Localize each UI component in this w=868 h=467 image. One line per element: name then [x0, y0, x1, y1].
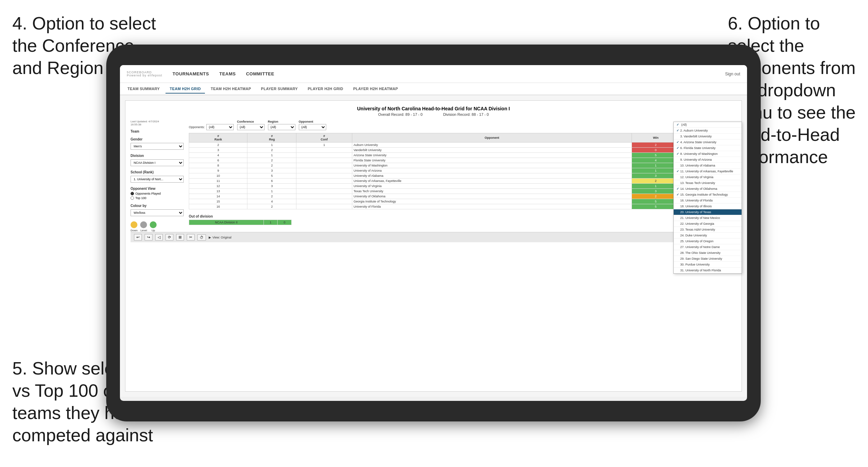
cell-reg: 2 — [247, 148, 296, 153]
refresh-button[interactable]: ⟳ — [166, 234, 173, 241]
dropdown-item[interactable]: ✓15. Georgia Institute of Technology — [674, 192, 742, 198]
cell-opponent: Georgia Institute of Technology — [352, 199, 632, 204]
cell-win: 0 — [632, 148, 680, 153]
dropdown-item[interactable]: ✓9. University of Arizona — [674, 157, 742, 163]
undo-button[interactable]: ↩ — [134, 234, 142, 241]
dropdown-item[interactable]: ✓24. Duke University — [674, 233, 742, 238]
cell-reg: 3 — [247, 184, 296, 189]
grid-area: Opponents: (All) Conference (All) — [189, 120, 736, 232]
dropdown-item[interactable]: ✓20. University of Texas — [674, 209, 742, 215]
dropdown-item[interactable]: ✓14. University of Oklahoma — [674, 186, 742, 192]
out-of-division: Out of division NCAA Division II 1 0 — [189, 214, 736, 225]
table-row: 2 1 1 Auburn University 2 1 — [189, 143, 736, 148]
division-label: Division — [131, 154, 184, 158]
cell-conf — [296, 163, 352, 168]
cell-opponent: University of Virginia — [352, 184, 632, 189]
cell-opponent: Arizona State University — [352, 153, 632, 158]
table-row: 14 2 University of Oklahoma 2 2 — [189, 194, 736, 199]
top-100-radio[interactable]: Top 100 — [131, 196, 184, 200]
dropdown-item[interactable]: ✓(All) — [674, 122, 742, 128]
dropdown-item[interactable]: ✓8. University of Washington — [674, 151, 742, 157]
cell-rank: 12 — [189, 184, 247, 189]
cell-reg: 6 — [247, 179, 296, 184]
data-table: #Rank #Reg #Conf Opponent Win Loss 2 — [189, 133, 736, 209]
dropdown-item[interactable]: ✓23. Texas A&M University — [674, 227, 742, 233]
dropdown-item[interactable]: ✓30. Purdue University — [674, 262, 742, 268]
opponent-filter-select[interactable]: (All) — [299, 124, 326, 130]
redo-button[interactable]: ↪ — [145, 234, 152, 241]
dropdown-item[interactable]: ✓6. Florida State University — [674, 145, 742, 151]
school-label: School (Rank) — [131, 170, 184, 174]
sub-nav: TEAM SUMMARY TEAM H2H GRID TEAM H2H HEAT… — [120, 83, 747, 95]
dropdown-item[interactable]: ✓10. University of Alabama — [674, 163, 742, 169]
dropdown-item[interactable]: ✓21. University of New Mexico — [674, 215, 742, 221]
nav-bar: 5COREBOARD Powered by elifepost TOURNAME… — [120, 65, 747, 83]
region-filter-select[interactable]: (All) — [268, 124, 295, 130]
dropdown-item[interactable]: ✓11. University of Arkansas, Fayettevill… — [674, 169, 742, 174]
dropdown-item[interactable]: ✓18. University of Illinois — [674, 204, 742, 209]
opponents-filter-label: Opponents: — [189, 125, 205, 129]
cell-reg: 2 — [247, 163, 296, 168]
region-filter-group: Region (All) — [268, 120, 295, 130]
clock-button[interactable]: ⏱ — [197, 234, 206, 241]
cell-rank: 14 — [189, 194, 247, 199]
dropdown-item[interactable]: ✓27. University of Notre Dame — [674, 244, 742, 250]
table-row: 3 2 Vanderbilt University 0 4 — [189, 148, 736, 153]
copy-button[interactable]: ⊞ — [176, 234, 184, 241]
report-header: University of North Carolina Head-to-Hea… — [131, 106, 736, 116]
sub-nav-player-h2h-heatmap[interactable]: PLAYER H2H HEATMAP — [349, 85, 402, 93]
colour-by-select[interactable]: Win/loss — [131, 209, 184, 216]
dropdown-item[interactable]: ✓2. Auburn University — [674, 128, 742, 134]
dropdown-item[interactable]: ✓25. University of Oregon — [674, 238, 742, 244]
dropdown-item[interactable]: ✓12. University of Virginia — [674, 174, 742, 180]
cell-conf — [296, 168, 352, 173]
sub-nav-team-h2h-heatmap[interactable]: TEAM H2H HEATMAP — [207, 85, 255, 93]
top-100-label: Top 100 — [135, 196, 146, 200]
opponents-played-radio[interactable]: Opponents Played — [131, 192, 184, 195]
dropdown-item[interactable]: ✓22. University of Georgia — [674, 221, 742, 227]
legend-down: Down — [131, 221, 137, 232]
cell-rank: 9 — [189, 168, 247, 173]
school-select[interactable]: 1. University of Nort... — [131, 176, 184, 183]
table-row: 11 6 University of Arkansas, Fayettevill… — [189, 179, 736, 184]
cell-rank: 13 — [189, 189, 247, 194]
cell-win: 2 — [632, 143, 680, 148]
legend-level-label: Level — [140, 229, 147, 232]
cell-opponent: University of Florida — [352, 204, 632, 209]
nav-tournaments[interactable]: TOURNAMENTS — [173, 71, 209, 76]
cell-rank: 10 — [189, 173, 247, 179]
cell-reg: 4 — [247, 199, 296, 204]
dropdown-item[interactable]: ✓3. Vanderbilt University — [674, 134, 742, 139]
gender-select[interactable]: Men's — [131, 143, 184, 150]
dropdown-item[interactable]: ✓29. San Diego State University — [674, 256, 742, 262]
sub-nav-team-summary[interactable]: TEAM SUMMARY — [123, 85, 164, 93]
dropdown-item[interactable]: ✓4. Arizona State University — [674, 139, 742, 145]
nav-signout[interactable]: Sign out — [725, 72, 740, 76]
back-button[interactable]: ◁ — [155, 234, 163, 241]
nav-teams[interactable]: TEAMS — [219, 71, 236, 76]
conference-filter-select[interactable]: (All) — [237, 124, 265, 130]
sub-nav-team-h2h-grid[interactable]: TEAM H2H GRID — [166, 85, 205, 94]
legend-up-circle — [150, 221, 157, 228]
cell-opponent: University of Washington — [352, 163, 632, 168]
cell-win: 5 — [632, 153, 680, 158]
dropdown-item[interactable]: ✓31. University of North Florida — [674, 268, 742, 273]
cell-opponent: Vanderbilt University — [352, 148, 632, 153]
legend-down-label: Down — [131, 229, 137, 232]
dropdown-item[interactable]: ✓28. The Ohio State University — [674, 250, 742, 256]
nav-items: TOURNAMENTS TEAMS COMMITTEE — [173, 71, 725, 76]
cell-win: 5 — [632, 204, 680, 209]
dropdown-item[interactable]: ✓13. Texas Tech University — [674, 180, 742, 186]
opponent-dropdown[interactable]: ✓(All)✓2. Auburn University✓3. Vanderbil… — [673, 122, 742, 274]
cut-button[interactable]: ✂ — [187, 234, 195, 241]
filters-row: Opponents: (All) Conference (All) — [189, 120, 736, 130]
table-row: 15 4 Georgia Institute of Technology 5 1 — [189, 199, 736, 204]
dropdown-item[interactable]: ✓16. University of Florida — [674, 198, 742, 204]
division-select[interactable]: NCAA Division I — [131, 159, 184, 166]
sub-nav-player-h2h-grid[interactable]: PLAYER H2H GRID — [304, 85, 347, 93]
cell-reg: 1 — [247, 189, 296, 194]
opponents-filter-select[interactable]: (All) — [206, 124, 234, 130]
nav-committee[interactable]: COMMITTEE — [246, 71, 274, 76]
sub-nav-player-summary[interactable]: PLAYER SUMMARY — [257, 85, 302, 93]
gender-label: Gender — [131, 137, 184, 141]
